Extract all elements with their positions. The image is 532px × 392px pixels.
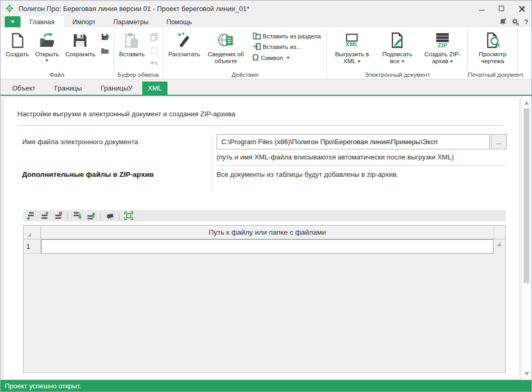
scroll-up-icon	[497, 243, 502, 246]
path-cell-input[interactable]	[41, 239, 494, 254]
form-divider	[216, 165, 507, 166]
omega-icon: Ω	[252, 53, 259, 62]
zip-files-label: Дополнительные файлы в ZIP-архив	[22, 170, 212, 178]
vertical-scrollbar[interactable]	[522, 97, 531, 380]
create-button[interactable]: Создать	[3, 29, 32, 59]
copy-icon	[150, 33, 158, 41]
browse-button[interactable]: ...	[491, 134, 507, 149]
insert-from-section-button[interactable]: Вставить из раздела	[251, 32, 322, 41]
tab-glavnaya[interactable]: Главная	[21, 16, 64, 27]
move-row-down-button[interactable]	[73, 212, 82, 220]
paste-special-button[interactable]	[149, 45, 160, 56]
open-folder-icon	[38, 32, 56, 49]
paste-special-icon	[151, 47, 158, 55]
calculate-button[interactable]: Рассчитать	[166, 29, 203, 59]
open-button[interactable]: Открыть	[33, 29, 62, 63]
group-label-file: Файл	[1, 72, 113, 78]
ribbon-group-printdoc: Просмотр чертежа Печатный документ	[468, 27, 518, 79]
minimize-button[interactable]	[471, 1, 491, 16]
insert-row-button[interactable]	[40, 212, 49, 220]
document-tab-bar: Объект Границы ГраницыУ XML	[1, 79, 531, 96]
maximize-icon	[499, 6, 504, 11]
preview-drawing-label: Просмотр чертежа	[479, 51, 507, 64]
tab-parametry[interactable]: Параметры	[104, 16, 157, 27]
filename-label: Имя файла электронного документа	[22, 134, 212, 146]
insert-row-icon	[40, 212, 49, 220]
doc-tab-xml[interactable]: XML	[142, 82, 168, 95]
toolbar-separator	[119, 212, 120, 220]
paste-button[interactable]: Вставить	[116, 29, 147, 59]
preview-magnifier-icon	[484, 32, 501, 49]
export-xml-label: Выгрузить в XML	[335, 51, 369, 64]
object-info-button[interactable]: Сведения об объекте	[204, 29, 248, 66]
delete-row-button[interactable]	[54, 212, 63, 220]
save-as-button[interactable]	[100, 32, 110, 42]
doc-tab-granitsy[interactable]: Границы	[45, 82, 91, 95]
table-row: 1	[24, 239, 505, 254]
table-scrollbar[interactable]	[494, 239, 505, 254]
table-corner-cell[interactable]	[24, 226, 41, 239]
doc-tab-object[interactable]: Объект	[3, 82, 45, 95]
open-dropdown-caret-icon[interactable]	[45, 59, 48, 62]
column-header-path[interactable]: Путь к файлу или папке с файлами	[41, 226, 494, 239]
export-xml-caret-icon	[358, 61, 361, 63]
group-label-clipboard: Буфер обмена	[114, 72, 163, 78]
object-info-label: Сведения об объекте	[208, 51, 244, 64]
scrollbar-up-icon[interactable]	[524, 101, 529, 105]
copy-button[interactable]	[149, 32, 160, 42]
move-row-up-button[interactable]	[86, 212, 95, 220]
add-row-button[interactable]	[26, 212, 35, 220]
sign-all-button[interactable]: Подписать все	[375, 29, 419, 66]
expand-table-button[interactable]	[124, 212, 133, 220]
section-title: Настройки выгрузки в электронный докумен…	[17, 110, 507, 118]
expand-icon	[124, 212, 133, 220]
app-window: Полигон Про: Береговая линия версии 01 -…	[0, 0, 532, 392]
row-number-cell[interactable]: 1	[24, 239, 41, 254]
calculate-label: Рассчитать	[169, 51, 200, 57]
move-row-up-icon	[86, 212, 95, 220]
save-label: Сохранить	[65, 51, 95, 57]
filename-input[interactable]	[216, 134, 490, 149]
tab-pomoshch[interactable]: Помощь	[157, 16, 201, 27]
undo-icon	[150, 61, 159, 68]
help-icon[interactable]: ?	[524, 18, 528, 26]
undo-button[interactable]	[149, 59, 160, 69]
app-menu-button[interactable]	[5, 16, 21, 27]
filename-hint: (путь и имя XML-файла вписываются автома…	[216, 153, 507, 161]
app-logo-icon	[5, 4, 14, 13]
globe-info-icon	[217, 32, 235, 49]
sign-all-caret-icon	[401, 61, 405, 63]
create-zip-button[interactable]: ZIP Создать ZIP-архив	[420, 29, 465, 66]
insert-from-button[interactable]: Вставить из...	[251, 42, 322, 51]
doc-tab-granitsyu[interactable]: ГраницыУ	[91, 82, 142, 95]
open-recent-button[interactable]	[100, 45, 110, 56]
scrollbar-thumb[interactable]	[524, 108, 529, 283]
save-floppy-icon	[72, 33, 88, 48]
ribbon-group-actions: Рассчитать Сведения об объекте	[163, 27, 327, 79]
symbol-dropdown-caret-icon	[287, 57, 290, 59]
maximize-button[interactable]	[491, 1, 511, 16]
symbol-button[interactable]: Ω Символ	[251, 53, 322, 63]
preview-drawing-button[interactable]: Просмотр чертежа	[470, 29, 515, 66]
ribbon: Создать Открыть Сохрани	[1, 27, 531, 79]
clear-table-button[interactable]	[105, 212, 114, 220]
save-button[interactable]: Сохранить	[63, 29, 98, 59]
insert-from-section-label: Вставить из раздела	[263, 33, 321, 39]
scrollbar-down-icon[interactable]	[524, 372, 529, 376]
xml-icon: XML	[346, 34, 359, 47]
close-button[interactable]	[511, 1, 531, 16]
table-empty-area	[24, 254, 505, 373]
group-label-printdoc: Печатный документ	[468, 72, 517, 78]
toolbar-separator	[100, 212, 101, 220]
table-scroll-header	[494, 226, 505, 239]
settings-gear-icon[interactable]	[511, 18, 519, 26]
notifications-bell-icon[interactable]	[499, 18, 507, 26]
open-label: Открыть	[35, 51, 59, 57]
export-xml-button[interactable]: XML Выгрузить в XML	[330, 29, 374, 66]
insert-from-icon	[252, 43, 261, 51]
insert-from-section-icon	[252, 32, 261, 40]
delete-row-icon	[54, 212, 63, 220]
tab-import[interactable]: Импорт	[64, 16, 105, 27]
paste-label: Вставить	[119, 51, 145, 57]
table-header-row: Путь к файлу или папке с файлами	[24, 226, 505, 239]
